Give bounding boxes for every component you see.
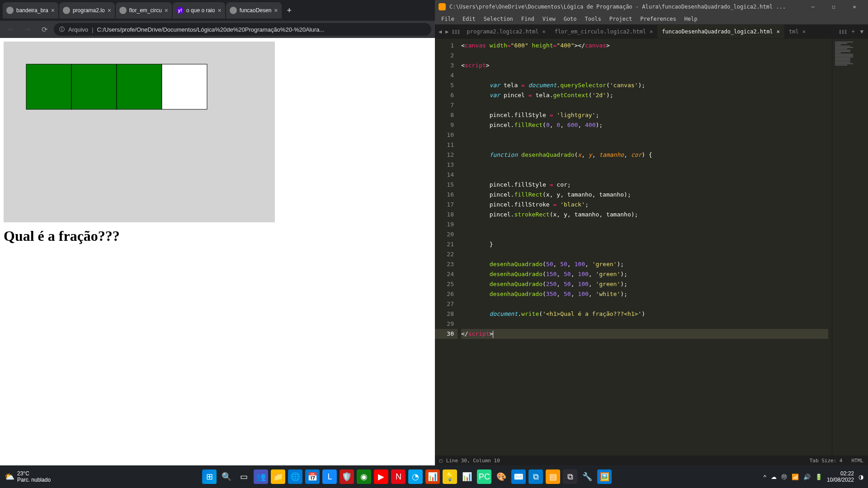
edge-icon[interactable]: 🌐 xyxy=(288,469,302,484)
address-bar[interactable]: ⓘ Arquivo | C:/Users/profe/OneDrive/Docu… xyxy=(54,23,431,36)
menu-file[interactable]: File xyxy=(438,15,458,23)
globe-icon xyxy=(63,7,70,14)
page-heading: Qual é a fração??? xyxy=(4,228,431,244)
editor-area[interactable]: 1234567891011121314151617181920212223242… xyxy=(435,39,868,455)
app-icon[interactable]: 📊 xyxy=(460,469,474,484)
menu-project[interactable]: Project xyxy=(606,15,636,23)
weather-icon: ⛅ xyxy=(5,472,14,482)
sublime-titlebar: C:\Users\profe\OneDrive\Documentos\Lógic… xyxy=(435,0,868,14)
close-icon[interactable]: × xyxy=(650,28,653,35)
volume-icon[interactable]: 🔊 xyxy=(803,474,811,480)
forward-button[interactable]: → xyxy=(21,23,35,35)
close-button[interactable]: ✕ xyxy=(844,0,864,13)
close-icon[interactable]: × xyxy=(165,7,168,14)
site-info-icon[interactable]: ⓘ xyxy=(59,26,65,33)
globe-icon xyxy=(6,7,14,14)
menu-goto[interactable]: Goto xyxy=(560,15,580,23)
mail-icon[interactable]: ✉️ xyxy=(511,469,526,484)
menu-edit[interactable]: Edit xyxy=(459,15,479,23)
vscode-icon[interactable]: ⧉ xyxy=(528,469,543,484)
weather-widget[interactable]: ⛅ 23°C Parc. nublado xyxy=(5,470,51,483)
editor-tab[interactable]: tml× xyxy=(784,25,810,38)
menu-view[interactable]: View xyxy=(539,15,559,23)
start-button[interactable]: ⊞ xyxy=(202,469,217,484)
photos-icon[interactable]: 🖼️ xyxy=(597,469,612,484)
battery-icon[interactable]: 🔋 xyxy=(815,474,822,480)
menu-selection[interactable]: Selection xyxy=(480,15,517,23)
youtube-icon[interactable]: ▶ xyxy=(374,469,388,484)
sublime-icon[interactable]: ▤ xyxy=(546,469,560,484)
sublime-menubar: File Edit Selection Find View Goto Tools… xyxy=(435,14,868,24)
notifications-icon[interactable]: ◑ xyxy=(859,474,863,480)
browser-tabstrip: bandeira_bra× programa2.lo× flor_em_circ… xyxy=(0,0,435,21)
menu-preferences[interactable]: Preferences xyxy=(637,15,679,23)
editor-tab-active[interactable]: funcaoDesenhaQuadrado_logica2.html× xyxy=(657,25,784,38)
tab-nav-fwd[interactable]: ▶ xyxy=(443,28,450,35)
teams-icon[interactable]: 👥 xyxy=(254,469,268,484)
windows-taskbar: ⛅ 23°C Parc. nublado ⊞ 🔍 ▭ 👥 📁 🌐 📅 L 🛡️ … xyxy=(0,465,868,488)
onedrive-icon[interactable]: ☁ xyxy=(771,474,777,480)
tab-menu-dropdown[interactable]: ▼ xyxy=(858,28,866,35)
xbox-icon[interactable]: ◉ xyxy=(357,469,371,484)
browser-tab-active[interactable]: funcaoDesen× xyxy=(226,2,282,19)
browser-tab[interactable]: flor_em_circu× xyxy=(116,2,172,19)
office-icon[interactable]: 📊 xyxy=(425,469,440,484)
sublime-window: C:\Users\profe\OneDrive\Documentos\Lógic… xyxy=(435,0,868,465)
browser-tab[interactable]: programa2.lo× xyxy=(59,2,115,19)
language-icon[interactable]: ㊞ xyxy=(781,473,787,481)
browser-tab[interactable]: bandeira_bra× xyxy=(3,2,58,19)
editor-tab[interactable]: programa2.logica2.html× xyxy=(462,25,550,38)
browser-viewport: Qual é a fração??? xyxy=(0,38,435,465)
code-area[interactable]: <canvas width="600" height="400"></canva… xyxy=(458,39,832,455)
wifi-icon[interactable]: 📶 xyxy=(792,474,799,480)
close-icon[interactable]: × xyxy=(802,28,806,35)
tab-nav-back[interactable]: ◀ xyxy=(437,28,443,35)
sublime-tabbar: ◀ ▶ ⫿⫿⫿ programa2.logica2.html× flor_em_… xyxy=(435,24,868,39)
clock[interactable]: 02:22 10/08/2022 xyxy=(827,470,854,483)
new-editor-tab[interactable]: + xyxy=(849,28,858,35)
close-icon[interactable]: × xyxy=(217,7,221,14)
tips-icon[interactable]: 💡 xyxy=(443,469,457,484)
close-icon[interactable]: × xyxy=(777,28,780,35)
close-icon[interactable]: × xyxy=(542,28,545,35)
app-icon[interactable]: ◔ xyxy=(408,469,423,484)
back-button[interactable]: ← xyxy=(4,23,18,35)
tab-nav-sep: ⫿⫿⫿ xyxy=(450,28,462,35)
minimap[interactable] xyxy=(832,39,868,455)
tab-nav-sep: ⫿⫿⫿ xyxy=(837,28,849,35)
taskview-icon[interactable]: ▭ xyxy=(236,469,251,484)
netflix-icon[interactable]: N xyxy=(391,469,406,484)
search-icon[interactable]: 🔍 xyxy=(219,469,234,484)
reload-button[interactable]: ⟳ xyxy=(38,23,51,36)
calendar-icon[interactable]: 📅 xyxy=(305,469,320,484)
browser-toolbar: ← → ⟳ ⓘ Arquivo | C:/Users/profe/OneDriv… xyxy=(0,21,435,38)
explorer-icon[interactable]: 📁 xyxy=(271,469,285,484)
menu-tools[interactable]: Tools xyxy=(581,15,605,23)
cursor-position: Line 30, Column 10 xyxy=(446,458,500,464)
new-tab-button[interactable]: + xyxy=(283,4,297,17)
status-pane-icon[interactable]: ▢ xyxy=(439,458,443,464)
sublime-statusbar: ▢Line 30, Column 10 Tab Size: 4 HTML xyxy=(435,455,868,465)
close-icon[interactable]: × xyxy=(108,7,111,14)
tray-chevron-icon[interactable]: ^ xyxy=(764,474,766,480)
menu-help[interactable]: Help xyxy=(681,15,701,23)
line-gutter: 1234567891011121314151617181920212223242… xyxy=(435,39,458,455)
vs-icon[interactable]: ⧉ xyxy=(563,469,577,484)
mcafee-icon[interactable]: 🛡️ xyxy=(340,469,354,484)
maximize-button[interactable]: ☐ xyxy=(824,0,844,13)
syntax-mode[interactable]: HTML xyxy=(852,458,864,464)
editor-tab[interactable]: flor_em_circulo.logica2.html× xyxy=(550,25,658,38)
tab-size[interactable]: Tab Size: 4 xyxy=(810,458,843,464)
browser-tab[interactable]: y!o que o raio× xyxy=(173,2,225,19)
pycharm-icon[interactable]: PC xyxy=(477,469,491,484)
page-canvas xyxy=(4,42,275,222)
app-icon[interactable]: 🔧 xyxy=(580,469,594,484)
sublime-icon xyxy=(439,3,446,10)
app-icon[interactable]: L xyxy=(322,469,337,484)
minimize-button[interactable]: — xyxy=(803,0,823,13)
close-icon[interactable]: × xyxy=(274,7,278,14)
menu-find[interactable]: Find xyxy=(518,15,538,23)
system-tray: ^ ☁ ㊞ 📶 🔊 🔋 02:22 10/08/2022 ◑ xyxy=(764,470,863,483)
paint-icon[interactable]: 🎨 xyxy=(494,469,509,484)
close-icon[interactable]: × xyxy=(51,7,55,14)
